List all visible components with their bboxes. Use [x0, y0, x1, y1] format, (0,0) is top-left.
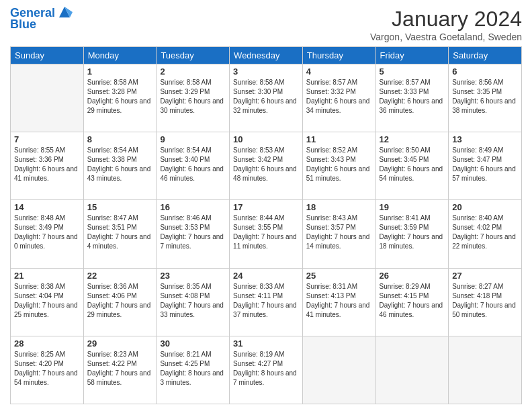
calendar-cell: 21Sunrise: 8:38 AMSunset: 4:04 PMDayligh… — [11, 268, 84, 336]
day-info: Sunrise: 8:23 AMSunset: 4:22 PMDaylight:… — [87, 350, 153, 387]
calendar-cell: 19Sunrise: 8:41 AMSunset: 3:59 PMDayligh… — [375, 200, 449, 268]
day-number: 20 — [452, 202, 518, 212]
day-number: 7 — [14, 134, 80, 144]
calendar-cell: 14Sunrise: 8:48 AMSunset: 3:49 PMDayligh… — [11, 200, 84, 268]
day-number: 8 — [87, 134, 153, 144]
day-info: Sunrise: 8:47 AMSunset: 3:51 PMDaylight:… — [87, 214, 153, 251]
day-info: Sunrise: 8:19 AMSunset: 4:27 PMDaylight:… — [233, 350, 299, 387]
calendar-cell: 10Sunrise: 8:53 AMSunset: 3:42 PMDayligh… — [230, 132, 303, 200]
calendar-cell: 30Sunrise: 8:21 AMSunset: 4:25 PMDayligh… — [157, 336, 230, 404]
calendar-cell — [11, 64, 84, 132]
day-number: 31 — [233, 338, 299, 349]
day-number: 6 — [452, 66, 518, 77]
day-number: 10 — [233, 134, 299, 144]
calendar-cell: 1Sunrise: 8:58 AMSunset: 3:28 PMDaylight… — [83, 64, 157, 132]
calendar-cell: 12Sunrise: 8:50 AMSunset: 3:45 PMDayligh… — [375, 132, 449, 200]
calendar-cell: 5Sunrise: 8:57 AMSunset: 3:33 PMDaylight… — [375, 64, 449, 132]
day-number: 23 — [160, 271, 226, 281]
day-info: Sunrise: 8:25 AMSunset: 4:20 PMDaylight:… — [14, 350, 80, 387]
calendar-cell — [302, 336, 375, 404]
day-header-monday: Monday — [83, 47, 157, 64]
day-number: 13 — [452, 134, 518, 144]
day-number: 11 — [306, 134, 372, 144]
calendar-cell: 24Sunrise: 8:33 AMSunset: 4:11 PMDayligh… — [230, 268, 303, 336]
day-info: Sunrise: 8:56 AMSunset: 3:35 PMDaylight:… — [452, 78, 518, 116]
day-number: 15 — [87, 202, 153, 212]
day-info: Sunrise: 8:54 AMSunset: 3:40 PMDaylight:… — [160, 146, 226, 183]
day-info: Sunrise: 8:58 AMSunset: 3:30 PMDaylight:… — [233, 78, 299, 116]
calendar-cell: 2Sunrise: 8:58 AMSunset: 3:29 PMDaylight… — [157, 64, 230, 132]
week-row-2: 7Sunrise: 8:55 AMSunset: 3:36 PMDaylight… — [11, 132, 522, 200]
calendar-cell: 15Sunrise: 8:47 AMSunset: 3:51 PMDayligh… — [83, 200, 157, 268]
calendar-cell: 16Sunrise: 8:46 AMSunset: 3:53 PMDayligh… — [157, 200, 230, 268]
day-info: Sunrise: 8:48 AMSunset: 3:49 PMDaylight:… — [14, 214, 80, 251]
logo-icon — [56, 4, 73, 20]
day-header-friday: Friday — [375, 47, 449, 64]
day-number: 21 — [14, 271, 80, 281]
day-info: Sunrise: 8:50 AMSunset: 3:45 PMDaylight:… — [380, 146, 445, 183]
location-subtitle: Vargon, Vaestra Goetaland, Sweden — [370, 32, 522, 42]
day-info: Sunrise: 8:53 AMSunset: 3:42 PMDaylight:… — [233, 146, 299, 183]
calendar-cell: 8Sunrise: 8:54 AMSunset: 3:38 PMDaylight… — [83, 132, 157, 200]
day-number: 9 — [160, 134, 226, 144]
calendar-header-row: SundayMondayTuesdayWednesdayThursdayFrid… — [11, 47, 522, 64]
calendar-cell: 25Sunrise: 8:31 AMSunset: 4:13 PMDayligh… — [302, 268, 375, 336]
day-number: 22 — [87, 271, 153, 281]
calendar-cell — [449, 336, 522, 404]
week-row-3: 14Sunrise: 8:48 AMSunset: 3:49 PMDayligh… — [11, 200, 522, 268]
calendar-cell — [375, 336, 449, 404]
calendar-cell: 27Sunrise: 8:27 AMSunset: 4:18 PMDayligh… — [449, 268, 522, 336]
day-number: 26 — [380, 271, 445, 281]
day-number: 19 — [380, 202, 445, 212]
title-block: January 2024 Vargon, Vaestra Goetaland, … — [370, 7, 522, 42]
day-info: Sunrise: 8:52 AMSunset: 3:43 PMDaylight:… — [306, 146, 372, 183]
calendar-cell: 3Sunrise: 8:58 AMSunset: 3:30 PMDaylight… — [230, 64, 303, 132]
week-row-5: 28Sunrise: 8:25 AMSunset: 4:20 PMDayligh… — [11, 336, 522, 404]
month-title: January 2024 — [370, 7, 522, 32]
day-info: Sunrise: 8:38 AMSunset: 4:04 PMDaylight:… — [14, 282, 80, 320]
day-number: 30 — [160, 338, 226, 349]
day-info: Sunrise: 8:55 AMSunset: 3:36 PMDaylight:… — [14, 146, 80, 183]
day-number: 2 — [160, 66, 226, 77]
day-info: Sunrise: 8:58 AMSunset: 3:29 PMDaylight:… — [160, 78, 226, 116]
day-info: Sunrise: 8:44 AMSunset: 3:55 PMDaylight:… — [233, 214, 299, 251]
day-number: 1 — [87, 66, 153, 77]
day-header-tuesday: Tuesday — [157, 47, 230, 64]
day-number: 17 — [233, 202, 299, 212]
day-info: Sunrise: 8:29 AMSunset: 4:15 PMDaylight:… — [380, 282, 445, 320]
day-info: Sunrise: 8:27 AMSunset: 4:18 PMDaylight:… — [452, 282, 518, 320]
day-header-sunday: Sunday — [11, 47, 84, 64]
day-info: Sunrise: 8:46 AMSunset: 3:53 PMDaylight:… — [160, 214, 226, 251]
calendar-cell: 17Sunrise: 8:44 AMSunset: 3:55 PMDayligh… — [230, 200, 303, 268]
calendar-cell: 29Sunrise: 8:23 AMSunset: 4:22 PMDayligh… — [83, 336, 157, 404]
day-info: Sunrise: 8:40 AMSunset: 4:02 PMDaylight:… — [452, 214, 518, 251]
day-info: Sunrise: 8:57 AMSunset: 3:32 PMDaylight:… — [306, 78, 372, 116]
day-info: Sunrise: 8:43 AMSunset: 3:57 PMDaylight:… — [306, 214, 372, 251]
day-number: 24 — [233, 271, 299, 281]
day-number: 29 — [87, 338, 153, 349]
page: General Blue January 2024 Vargon, Vaestr… — [0, 0, 532, 411]
day-info: Sunrise: 8:21 AMSunset: 4:25 PMDaylight:… — [160, 350, 226, 387]
day-number: 25 — [306, 271, 372, 281]
day-info: Sunrise: 8:35 AMSunset: 4:08 PMDaylight:… — [160, 282, 226, 320]
calendar-cell: 6Sunrise: 8:56 AMSunset: 3:35 PMDaylight… — [449, 64, 522, 132]
day-number: 4 — [306, 66, 372, 77]
day-info: Sunrise: 8:49 AMSunset: 3:47 PMDaylight:… — [452, 146, 518, 183]
day-info: Sunrise: 8:54 AMSunset: 3:38 PMDaylight:… — [87, 146, 153, 183]
calendar-cell: 22Sunrise: 8:36 AMSunset: 4:06 PMDayligh… — [83, 268, 157, 336]
day-number: 5 — [380, 66, 445, 77]
day-header-thursday: Thursday — [302, 47, 375, 64]
calendar-cell: 9Sunrise: 8:54 AMSunset: 3:40 PMDaylight… — [157, 132, 230, 200]
day-number: 16 — [160, 202, 226, 212]
day-header-wednesday: Wednesday — [230, 47, 303, 64]
calendar-cell: 28Sunrise: 8:25 AMSunset: 4:20 PMDayligh… — [11, 336, 84, 404]
calendar-cell: 26Sunrise: 8:29 AMSunset: 4:15 PMDayligh… — [375, 268, 449, 336]
day-info: Sunrise: 8:31 AMSunset: 4:13 PMDaylight:… — [306, 282, 372, 320]
header: General Blue January 2024 Vargon, Vaestr… — [10, 7, 522, 42]
day-number: 12 — [380, 134, 445, 144]
day-number: 18 — [306, 202, 372, 212]
day-number: 14 — [14, 202, 80, 212]
day-number: 28 — [14, 338, 80, 349]
calendar-cell: 7Sunrise: 8:55 AMSunset: 3:36 PMDaylight… — [11, 132, 84, 200]
day-info: Sunrise: 8:41 AMSunset: 3:59 PMDaylight:… — [380, 214, 445, 251]
